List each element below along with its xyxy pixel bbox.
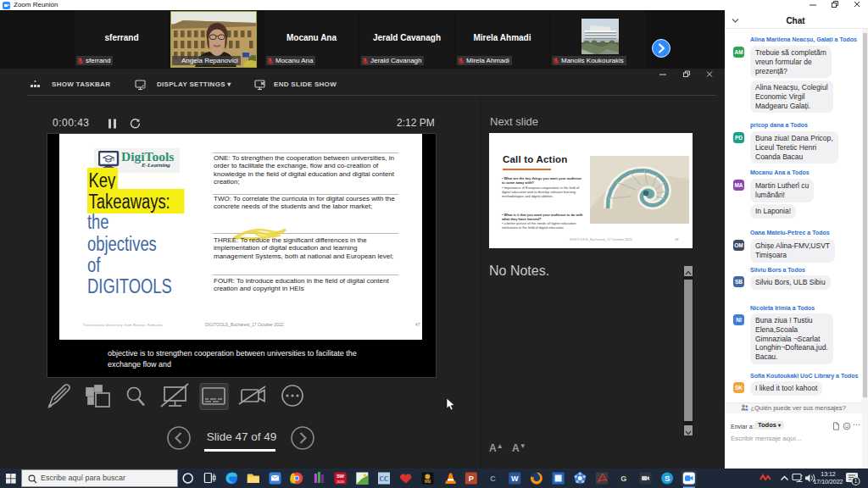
svg-text:P: P — [469, 474, 474, 483]
svg-text:W: W — [511, 474, 519, 483]
svg-text:S: S — [665, 474, 670, 483]
svg-text:WB: WB — [425, 480, 431, 484]
svg-text:G: G — [620, 474, 626, 483]
svg-text:2020: 2020 — [337, 480, 345, 484]
svg-text:SW: SW — [337, 474, 345, 479]
svg-text:C: C — [490, 474, 496, 483]
svg-text:CC: CC — [380, 475, 389, 483]
svg-text:1: 1 — [854, 478, 858, 484]
